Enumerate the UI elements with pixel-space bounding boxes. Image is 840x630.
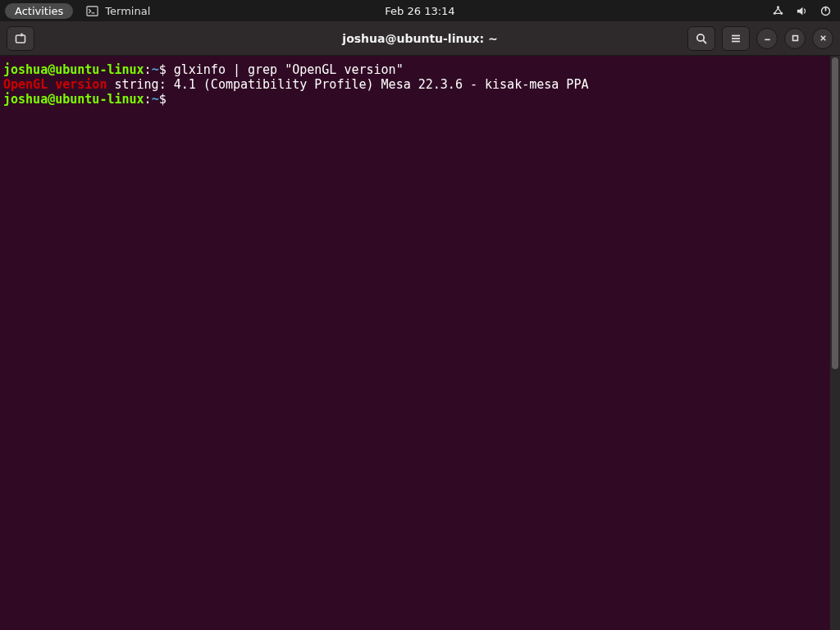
window-title: joshua@ubuntu-linux: ~ <box>342 32 497 45</box>
svg-rect-7 <box>16 35 25 43</box>
window-titlebar: joshua@ubuntu-linux: ~ <box>0 21 840 56</box>
volume-icon[interactable] <box>796 5 808 17</box>
new-tab-button[interactable] <box>7 26 34 51</box>
prompt-user: joshua <box>3 62 48 77</box>
panel-app-terminal[interactable]: Terminal <box>86 5 150 17</box>
prompt-path: ~ <box>152 92 159 107</box>
terminal-scrollbar[interactable] <box>830 56 840 630</box>
new-tab-icon <box>14 32 27 45</box>
prompt-host: ubuntu-linux <box>55 62 144 77</box>
svg-rect-0 <box>87 6 98 15</box>
prompt-colon: : <box>144 92 152 107</box>
activities-button[interactable]: Activities <box>5 3 73 19</box>
minimize-icon <box>763 34 772 43</box>
menu-button[interactable] <box>722 26 750 51</box>
svg-line-11 <box>703 40 706 43</box>
prompt-symbol: $ <box>159 92 167 107</box>
search-icon <box>695 32 708 45</box>
hamburger-icon <box>729 32 742 45</box>
terminal-area: joshua@ubuntu-linux:~$ glxinfo | grep "O… <box>0 56 840 630</box>
prompt-host: ubuntu-linux <box>55 92 144 107</box>
power-icon[interactable] <box>819 5 832 17</box>
terminal-output[interactable]: joshua@ubuntu-linux:~$ glxinfo | grep "O… <box>0 56 830 630</box>
panel-app-label: Terminal <box>105 5 150 17</box>
window-minimize-button[interactable] <box>756 28 778 49</box>
prompt-at: @ <box>48 92 55 107</box>
prompt-path: ~ <box>152 62 159 77</box>
output-line-2: string: 4.1 (Compatibility Profile) Mesa… <box>107 77 588 92</box>
prompt-symbol: $ <box>159 62 167 77</box>
window-close-button[interactable] <box>812 28 833 49</box>
prompt-at: @ <box>48 62 55 77</box>
window-maximize-button[interactable] <box>784 28 806 49</box>
search-button[interactable] <box>687 26 715 51</box>
prompt-user: joshua <box>3 92 48 107</box>
svg-point-10 <box>697 34 704 40</box>
network-icon[interactable] <box>772 5 784 17</box>
close-icon <box>819 34 828 43</box>
svg-rect-16 <box>792 36 797 41</box>
terminal-icon <box>86 5 98 17</box>
gnome-top-panel: Activities Terminal Feb 26 13:14 <box>0 0 840 21</box>
svg-point-2 <box>777 6 779 8</box>
command-line-1: glxinfo | grep "OpenGL version" <box>167 62 404 77</box>
grep-match: OpenGL version <box>3 77 107 92</box>
maximize-icon <box>791 34 800 43</box>
panel-clock[interactable]: Feb 26 13:14 <box>385 5 454 17</box>
panel-system-tray <box>772 5 835 17</box>
prompt-colon: : <box>144 62 152 77</box>
scrollbar-thumb[interactable] <box>832 57 838 369</box>
